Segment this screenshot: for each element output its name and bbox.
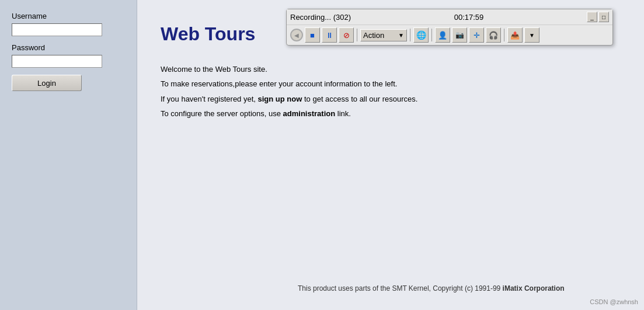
welcome-line4-prefix: To configure the server options, use xyxy=(161,109,283,118)
watermark: CSDN @zwhnsh xyxy=(590,298,638,305)
expand-arrow-button[interactable]: ▼ xyxy=(524,27,539,43)
action-label: Action xyxy=(363,31,384,40)
separator-1 xyxy=(357,29,357,41)
toolbar-title-bar: Recording... (302) 00:17:59 _ □ xyxy=(287,9,612,25)
user-icon: 👤 xyxy=(438,31,447,40)
pause-button[interactable]: ⏸ xyxy=(322,27,337,43)
window-buttons: _ □ xyxy=(587,12,609,22)
welcome-line-2: To make reservations,please enter your a… xyxy=(161,77,621,90)
admin-link[interactable]: administration xyxy=(283,109,336,118)
pause-icon: ⏸ xyxy=(326,31,333,40)
footer-text: This product uses parts of the SMT Kerne… xyxy=(298,284,565,292)
welcome-line3-suffix: to get access to all our resources. xyxy=(302,95,417,103)
timer-display: 00:17:59 xyxy=(454,13,484,22)
main-content: Web Tours Welcome to the Web Tours site.… xyxy=(137,0,644,310)
signup-link[interactable]: sign up now xyxy=(258,95,302,103)
welcome-line-1: Welcome to the Web Tours site. xyxy=(161,62,621,76)
headset-icon: 🎧 xyxy=(489,31,498,40)
export-icon: 📤 xyxy=(510,31,520,40)
welcome-line-4: To configure the server options, use adm… xyxy=(161,107,621,120)
sidebar: Username Password Login xyxy=(0,0,137,310)
password-input[interactable] xyxy=(12,55,102,68)
password-label: Password xyxy=(12,43,125,52)
welcome-line3-prefix: If you haven't registered yet, xyxy=(161,95,258,103)
camera-icon: 📷 xyxy=(455,31,464,39)
toolbar-controls: ◀ ■ ⏸ ⊘ Action ▼ 🌐 👤 📷 xyxy=(287,25,612,45)
move-icon: ✛ xyxy=(474,31,480,40)
network-icon: 🌐 xyxy=(416,30,426,40)
login-button[interactable]: Login xyxy=(12,75,82,91)
export-icon-button[interactable]: 📤 xyxy=(507,27,523,43)
user-icon-button[interactable]: 👤 xyxy=(435,27,450,43)
footer-prefix: This product uses parts of the SMT Kerne… xyxy=(298,284,503,292)
separator-3 xyxy=(431,29,432,41)
minimize-button[interactable]: _ xyxy=(587,12,597,22)
welcome-line-3: If you haven't registered yet, sign up n… xyxy=(161,92,621,106)
action-dropdown[interactable]: Action ▼ xyxy=(360,29,407,41)
dropdown-arrow-icon: ▼ xyxy=(398,32,404,39)
recording-toolbar: Recording... (302) 00:17:59 _ □ ◀ ■ ⏸ ⊘ … xyxy=(286,9,613,46)
back-button[interactable]: ◀ xyxy=(290,29,303,41)
expand-icon: ▼ xyxy=(529,32,535,39)
welcome-text: Welcome to the Web Tours site. To make r… xyxy=(161,62,621,121)
separator-4 xyxy=(504,29,504,41)
back-icon: ◀ xyxy=(294,32,299,39)
stop-icon: ■ xyxy=(310,31,315,40)
headset-icon-button[interactable]: 🎧 xyxy=(486,27,501,43)
camera-icon-button[interactable]: 📷 xyxy=(452,27,467,43)
no-record-button[interactable]: ⊘ xyxy=(339,27,354,43)
network-icon-button[interactable]: 🌐 xyxy=(413,27,429,43)
no-record-icon: ⊘ xyxy=(343,31,350,40)
move-icon-button[interactable]: ✛ xyxy=(469,27,484,43)
username-label: Username xyxy=(12,12,125,20)
recording-label: Recording... (302) xyxy=(290,13,351,22)
stop-button[interactable]: ■ xyxy=(305,27,320,43)
username-input[interactable] xyxy=(12,23,102,36)
restore-button[interactable]: □ xyxy=(598,12,609,22)
welcome-line4-suffix: link. xyxy=(335,109,351,118)
separator-2 xyxy=(410,29,410,41)
footer-company: iMatix Corporation xyxy=(503,284,565,292)
